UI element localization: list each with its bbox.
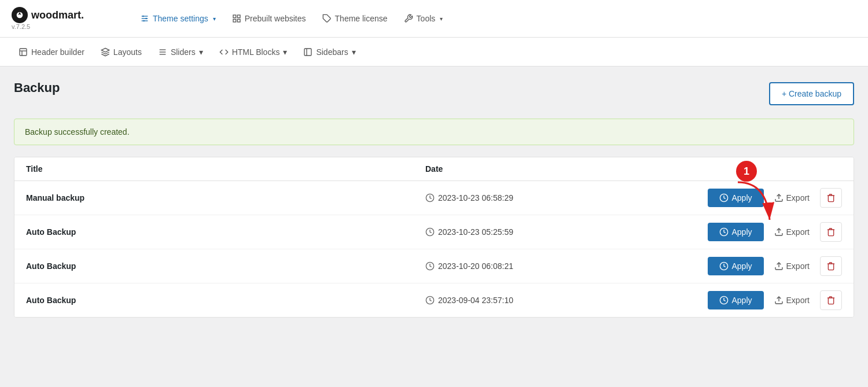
svg-rect-10 — [237, 19, 240, 22]
trash-icon — [826, 227, 836, 237]
grid-icon — [232, 14, 241, 23]
trash-icon — [826, 296, 836, 305]
trash-icon — [826, 193, 836, 202]
wrench-icon — [404, 14, 413, 23]
page-title: Backup — [14, 80, 60, 95]
export-button-4[interactable]: Export — [768, 291, 815, 309]
export-button-2[interactable]: Export — [768, 223, 815, 241]
logo-area: woodmart. v.7.2.5 — [12, 7, 116, 30]
svg-rect-9 — [233, 19, 236, 22]
svg-rect-19 — [304, 49, 311, 56]
column-title: Title — [26, 164, 425, 174]
row-date: 2023-10-23 05:25:59 — [425, 227, 657, 237]
sidebar-icon — [303, 47, 312, 57]
clock-icon — [425, 227, 435, 237]
svg-point-6 — [143, 20, 145, 22]
apply-icon — [719, 296, 729, 305]
nav-item-prebuilt-websites[interactable]: Prebuilt websites — [225, 10, 313, 27]
layers-icon — [101, 47, 110, 57]
svg-rect-12 — [20, 49, 27, 56]
delete-button-1[interactable] — [820, 188, 842, 208]
export-button-3[interactable]: Export — [768, 257, 815, 275]
page-header: Backup + Create backup — [14, 80, 854, 107]
apply-button-4[interactable]: Apply — [708, 291, 764, 309]
subnav-sliders[interactable]: Sliders ▾ — [151, 44, 210, 60]
subnav-header-builder[interactable]: Header builder — [12, 44, 91, 60]
main-content: Backup + Create backup Backup successful… — [0, 67, 868, 331]
table-row: Auto Backup 2023-10-23 05:25:59 Apply Ex… — [14, 215, 854, 249]
nav-item-theme-settings[interactable]: Theme settings ▾ — [133, 10, 223, 27]
delete-button-2[interactable] — [820, 222, 842, 242]
top-navigation: woodmart. v.7.2.5 Theme settings ▾ Prebu… — [0, 0, 868, 38]
code-icon — [219, 47, 229, 57]
layout-icon — [19, 47, 28, 57]
subnav-layouts[interactable]: Layouts — [94, 44, 149, 60]
row-date: 2023-09-04 23:57:10 — [425, 296, 657, 305]
logo: woodmart. — [12, 7, 116, 23]
row-date: 2023-10-23 06:58:29 — [425, 193, 657, 202]
column-date: Date — [425, 164, 657, 174]
nav-item-theme-license[interactable]: Theme license — [315, 10, 395, 27]
row-title: Auto Backup — [26, 296, 425, 305]
theme-settings-chevron: ▾ — [213, 16, 216, 22]
svg-point-5 — [145, 18, 147, 20]
row-title: Auto Backup — [26, 227, 425, 237]
create-backup-button[interactable]: + Create backup — [769, 82, 854, 105]
table-row: Manual backup 2023-10-23 06:58:29 Apply … — [14, 181, 854, 215]
export-icon — [774, 193, 784, 202]
row-title: Manual backup — [26, 193, 425, 202]
table-header: Title Date — [14, 157, 854, 181]
sliders-chevron: ▾ — [199, 47, 203, 57]
clock-icon — [425, 261, 435, 271]
row-actions: Apply Export — [657, 222, 842, 242]
subnav-sidebars[interactable]: Sidebars ▾ — [296, 44, 362, 60]
tag-icon — [322, 14, 332, 23]
logo-icon — [12, 7, 28, 23]
backup-table: Title Date Manual backup 2023-10-23 06:5… — [14, 157, 854, 318]
export-icon — [774, 227, 784, 237]
clock-icon — [425, 193, 435, 202]
export-icon — [774, 261, 784, 271]
export-button-1[interactable]: Export — [768, 189, 815, 207]
sliders2-icon — [158, 47, 167, 57]
svg-rect-7 — [233, 15, 236, 18]
row-actions: Apply Export — [657, 256, 842, 276]
apply-button-1[interactable]: Apply — [708, 189, 764, 207]
table-row: Auto Backup 2023-09-04 23:57:10 Apply Ex… — [14, 283, 854, 317]
sub-navigation: Header builder Layouts Sliders ▾ HTML Bl… — [0, 38, 868, 67]
delete-button-3[interactable] — [820, 256, 842, 276]
delete-button-4[interactable] — [820, 290, 842, 310]
success-notice: Backup successfully created. — [14, 119, 854, 145]
row-date: 2023-10-20 06:08:21 — [425, 261, 657, 271]
apply-icon — [719, 261, 729, 271]
sidebars-chevron: ▾ — [352, 47, 356, 57]
row-actions: Apply Export — [657, 188, 842, 208]
apply-button-3[interactable]: Apply — [708, 257, 764, 275]
export-icon — [774, 296, 784, 305]
html-blocks-chevron: ▾ — [283, 47, 287, 57]
subnav-html-blocks[interactable]: HTML Blocks ▾ — [212, 44, 295, 60]
clock-icon — [425, 296, 435, 305]
apply-icon — [719, 227, 729, 237]
top-nav-items: Theme settings ▾ Prebuilt websites Theme… — [133, 10, 856, 27]
apply-icon — [719, 193, 729, 202]
notification-badge: 1 — [736, 161, 757, 182]
svg-rect-8 — [237, 15, 240, 18]
table-row: Auto Backup 2023-10-20 06:08:21 Apply Ex… — [14, 249, 854, 283]
apply-button-2[interactable]: Apply — [708, 223, 764, 241]
svg-marker-15 — [101, 48, 109, 52]
row-actions: Apply Export — [657, 290, 842, 310]
nav-item-tools[interactable]: Tools ▾ — [397, 10, 450, 27]
trash-icon — [826, 261, 836, 271]
tools-chevron: ▾ — [440, 16, 443, 22]
sliders-icon — [140, 14, 149, 23]
row-title: Auto Backup — [26, 261, 425, 271]
svg-point-4 — [142, 16, 144, 17]
